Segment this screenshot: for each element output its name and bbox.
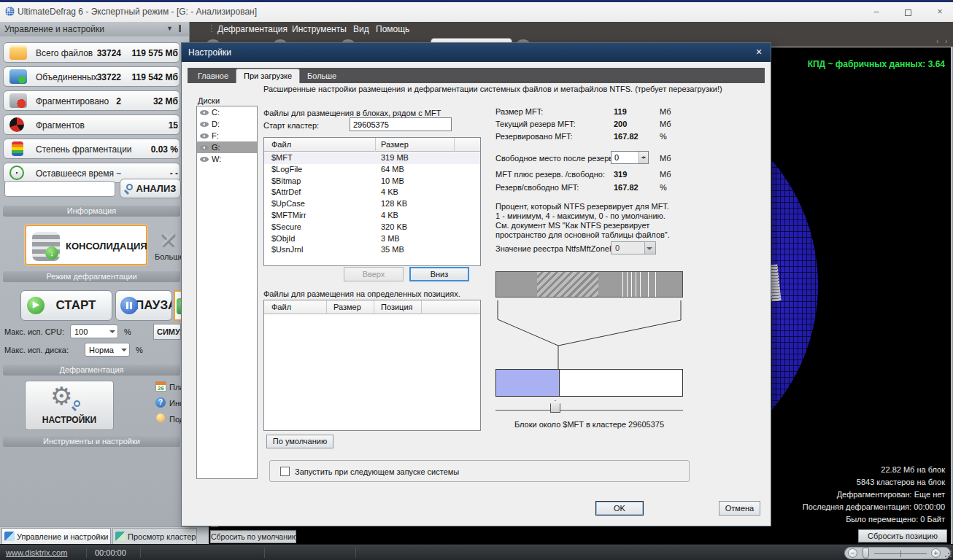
settings-button[interactable]: ⚙ НАСТРОЙКИ: [25, 381, 114, 430]
disk-item-w[interactable]: W:: [197, 153, 257, 165]
zoom-out-icon[interactable]: −: [848, 548, 857, 558]
disk-item-c[interactable]: C:: [197, 106, 257, 118]
cpu-limit-combobox[interactable]: 100: [70, 324, 118, 338]
dialog-title: Настройки: [188, 47, 231, 58]
ntfs-note: 1 - минимум, 4 - максимум, 0 - по умолча…: [495, 211, 665, 220]
stat-count: 33722: [97, 72, 121, 82]
dialog-title-bar: Настройки ×: [182, 43, 771, 62]
consolidation-button[interactable]: ↓ КОНСОЛИДАЦИЯ: [25, 225, 147, 265]
chevron-right-icon[interactable]: ›: [945, 37, 947, 45]
move-down-button[interactable]: Вниз: [409, 267, 469, 281]
unit: %: [660, 183, 667, 192]
website-link[interactable]: www.disktrix.com: [6, 548, 67, 557]
mft-size-value: 119: [614, 107, 627, 116]
menu-defrag[interactable]: Дефрагментация: [217, 24, 288, 34]
minimize-icon[interactable]: –: [867, 7, 886, 18]
position-slider-track[interactable]: [495, 410, 683, 411]
menu-view[interactable]: Вид: [353, 24, 369, 34]
spinner-arrows-icon[interactable]: [638, 152, 648, 163]
close-icon[interactable]: ×: [930, 7, 949, 18]
tab-control-settings[interactable]: Управление и настройки: [1, 528, 111, 545]
consolidated-files-icon: [9, 69, 27, 84]
start-cluster-input[interactable]: [350, 117, 452, 131]
tab-cluster-view[interactable]: Просмотр кластера: [112, 528, 197, 545]
cancel-button[interactable]: Отмена: [719, 501, 760, 516]
zoom-slider-thumb[interactable]: [863, 548, 869, 559]
table-row[interactable]: $LogFile64 MB: [264, 164, 480, 176]
disk-item-g-selected[interactable]: G:: [197, 141, 257, 153]
table-row[interactable]: $UsnJrnl35 MB: [264, 244, 480, 256]
stat-row-total-files: Всего файлов 33724 119 575 Мб: [3, 42, 180, 63]
table-row[interactable]: $Secure320 KB: [264, 222, 480, 233]
stop-button[interactable]: [174, 290, 181, 321]
bottom-tab-bar: Управление и настройки Просмотр кластера: [0, 526, 209, 544]
unit: Мб: [660, 107, 671, 116]
stat-row-fragmented: Фрагментировано 2 32 Мб: [3, 90, 180, 111]
table-row[interactable]: $MFTMirr4 KB: [264, 210, 480, 222]
disk-item-f[interactable]: F:: [197, 130, 257, 141]
menu-help[interactable]: Помощь: [376, 24, 409, 34]
tab-boot-time[interactable]: При загрузке: [236, 69, 300, 83]
table-row[interactable]: $ObjId3 MB: [264, 233, 480, 245]
stat-label: Объединенных: [36, 72, 98, 82]
disk-item-d[interactable]: D:: [197, 118, 257, 130]
table-row[interactable]: $UpCase128 KB: [264, 198, 480, 210]
simulation-button[interactable]: СИМУЛЯЦИЯ: [153, 324, 181, 340]
tab-more[interactable]: Больше: [300, 70, 344, 83]
position-files-label: Файлы для размещения на определенных поз…: [263, 289, 460, 298]
table-row[interactable]: $MFT319 MB: [264, 152, 480, 164]
analyze-label: АНАЛИЗ: [136, 183, 177, 194]
scheduler-link[interactable]: Планировщик зад: [155, 382, 181, 394]
ntfs-note: Процент, который NTFS резервирует для MF…: [495, 202, 669, 211]
more-label[interactable]: Больше: [155, 252, 181, 261]
pause-button[interactable]: ПАУЗА: [115, 290, 172, 321]
zoom-in-icon[interactable]: +: [931, 548, 941, 558]
table-row[interactable]: $AttrDef4 KB: [264, 187, 480, 198]
consolidation-label: КОНСОЛИДАЦИЯ: [66, 241, 147, 252]
app-icon: [5, 7, 15, 16]
free-space-spinner[interactable]: 0: [611, 151, 649, 164]
hatched-segment: [537, 272, 598, 297]
position-slider-thumb[interactable]: [550, 400, 560, 413]
reset-position-button[interactable]: Сбросить позицию: [858, 529, 947, 542]
gear-icon: ⚙: [50, 381, 72, 411]
mft-zone-overview-bar: [495, 271, 683, 298]
default-button[interactable]: По умолчанию: [266, 435, 333, 448]
maximize-icon[interactable]: [905, 9, 911, 16]
pause-icon: [120, 297, 138, 314]
analyze-input[interactable]: [4, 181, 115, 197]
stat-label: Фрагментировано: [36, 96, 109, 106]
run-next-boot-checkbox[interactable]: [280, 467, 290, 476]
stat-line: Дефрагментирован: Еще нет: [803, 489, 945, 501]
more-tools-icon[interactable]: [156, 228, 181, 252]
disk-limit-combobox[interactable]: Норма: [85, 343, 130, 357]
chevron-left-icon[interactable]: ‹: [936, 37, 938, 45]
pin-icon[interactable]: [179, 25, 181, 32]
dialog-close-icon[interactable]: ×: [753, 46, 765, 58]
mft-plus-reserve-value: 319: [614, 170, 627, 179]
mft-reserve-label: Текущий резерв MFT:: [495, 120, 576, 128]
start-button[interactable]: ▶ СТАРТ: [20, 290, 112, 321]
fragments-pie-icon: [9, 117, 24, 132]
menu-tools[interactable]: Инструменты: [292, 24, 347, 34]
striped-segment: [641, 272, 656, 297]
analyze-button[interactable]: АНАЛИЗ: [120, 179, 181, 198]
efficiency-readout: КПД ~ фабричных данных: 3.64: [808, 59, 945, 69]
stat-row-fragmentation-level: Степень фрагментации 0.03 %: [3, 139, 180, 159]
stat-size: 119 542 Мб: [132, 72, 178, 82]
reset-default-button[interactable]: Сбросить по умолчанию: [210, 530, 296, 543]
volume-info-link[interactable]: Информация том: [155, 398, 181, 410]
time-remaining-icon: [9, 166, 24, 180]
table-row[interactable]: $Bitmap10 MB: [264, 176, 480, 187]
file-highlight-link[interactable]: Подсветка файла: [155, 414, 181, 426]
start-cluster-label: Старт кластер:: [263, 121, 319, 130]
position-files-table: Файл Размер Позиция: [263, 300, 481, 431]
application-window: UltimateDefrag 6 - Экспертный режим - [G…: [0, 0, 953, 560]
block-files-label: Файлы для размещения в блоках, рядом с M…: [263, 109, 441, 117]
resize-grip-icon[interactable]: [944, 551, 952, 558]
chevron-down-icon[interactable]: ▼: [166, 25, 173, 32]
separator: [140, 548, 141, 558]
tab-general[interactable]: Главное: [190, 70, 236, 83]
free-space-value: 0: [614, 153, 619, 162]
ok-button[interactable]: OK: [595, 501, 644, 516]
